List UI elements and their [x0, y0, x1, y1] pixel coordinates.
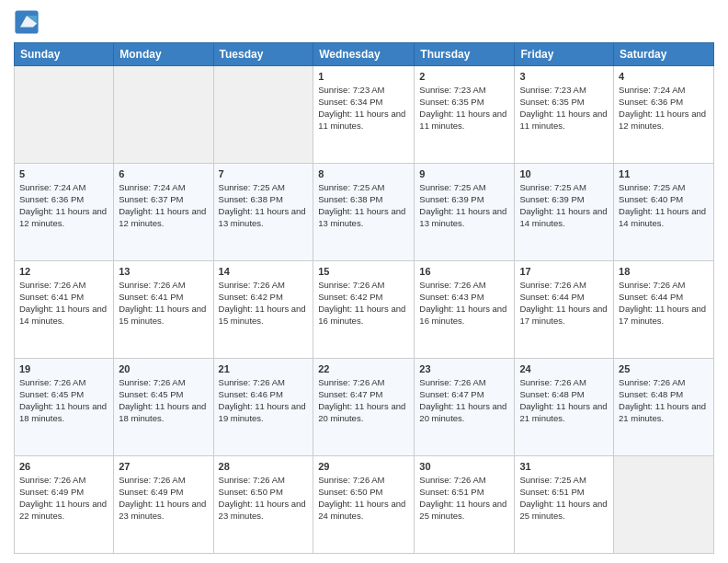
- calendar-cell: 20Sunrise: 7:26 AMSunset: 6:45 PMDayligh…: [114, 359, 213, 456]
- calendar-cell: 1Sunrise: 7:23 AMSunset: 6:34 PMDaylight…: [313, 66, 415, 164]
- day-number: 16: [419, 265, 509, 279]
- calendar-cell: 9Sunrise: 7:25 AMSunset: 6:39 PMDaylight…: [415, 164, 515, 261]
- day-info: Sunrise: 7:24 AMSunset: 6:36 PMDaylight:…: [619, 85, 709, 132]
- day-number: 21: [219, 362, 309, 376]
- day-number: 19: [19, 362, 108, 376]
- week-row-5: 26Sunrise: 7:26 AMSunset: 6:49 PMDayligh…: [15, 456, 714, 554]
- day-info: Sunrise: 7:26 AMSunset: 6:48 PMDaylight:…: [619, 377, 709, 424]
- day-info: Sunrise: 7:26 AMSunset: 6:43 PMDaylight:…: [419, 280, 509, 327]
- weekday-header-sunday: Sunday: [15, 43, 114, 66]
- calendar-cell: 8Sunrise: 7:25 AMSunset: 6:38 PMDaylight…: [313, 164, 415, 261]
- calendar-cell: 10Sunrise: 7:25 AMSunset: 6:39 PMDayligh…: [515, 164, 614, 261]
- day-number: 3: [519, 70, 609, 84]
- day-number: 29: [318, 460, 409, 474]
- calendar-cell: [614, 456, 714, 554]
- day-info: Sunrise: 7:26 AMSunset: 6:50 PMDaylight:…: [318, 475, 409, 522]
- calendar-cell: 3Sunrise: 7:23 AMSunset: 6:35 PMDaylight…: [515, 66, 614, 164]
- day-number: 30: [419, 460, 509, 474]
- week-row-3: 12Sunrise: 7:26 AMSunset: 6:41 PMDayligh…: [15, 261, 714, 359]
- calendar-cell: 6Sunrise: 7:24 AMSunset: 6:37 PMDaylight…: [114, 164, 213, 261]
- day-info: Sunrise: 7:25 AMSunset: 6:38 PMDaylight:…: [219, 182, 309, 229]
- day-number: 4: [619, 70, 709, 84]
- day-info: Sunrise: 7:26 AMSunset: 6:49 PMDaylight:…: [119, 475, 208, 522]
- logo: [14, 9, 43, 35]
- day-number: 14: [219, 265, 309, 279]
- day-info: Sunrise: 7:24 AMSunset: 6:37 PMDaylight:…: [119, 182, 208, 229]
- day-number: 24: [519, 362, 609, 376]
- day-number: 31: [519, 460, 609, 474]
- day-number: 15: [318, 265, 409, 279]
- day-number: 20: [119, 362, 208, 376]
- calendar-cell: 17Sunrise: 7:26 AMSunset: 6:44 PMDayligh…: [515, 261, 614, 359]
- header: [14, 9, 714, 35]
- calendar-cell: [114, 66, 213, 164]
- day-number: 17: [519, 265, 609, 279]
- day-info: Sunrise: 7:26 AMSunset: 6:41 PMDaylight:…: [19, 280, 108, 327]
- day-info: Sunrise: 7:24 AMSunset: 6:36 PMDaylight:…: [19, 182, 108, 229]
- calendar-cell: 24Sunrise: 7:26 AMSunset: 6:48 PMDayligh…: [515, 359, 614, 456]
- day-info: Sunrise: 7:26 AMSunset: 6:44 PMDaylight:…: [619, 280, 709, 327]
- calendar-cell: 18Sunrise: 7:26 AMSunset: 6:44 PMDayligh…: [614, 261, 714, 359]
- day-info: Sunrise: 7:26 AMSunset: 6:49 PMDaylight:…: [19, 475, 108, 522]
- calendar-cell: 13Sunrise: 7:26 AMSunset: 6:41 PMDayligh…: [114, 261, 213, 359]
- calendar: SundayMondayTuesdayWednesdayThursdayFrid…: [14, 42, 714, 554]
- day-number: 18: [619, 265, 709, 279]
- calendar-cell: 19Sunrise: 7:26 AMSunset: 6:45 PMDayligh…: [15, 359, 114, 456]
- day-number: 6: [119, 167, 208, 181]
- day-number: 25: [619, 362, 709, 376]
- calendar-cell: 26Sunrise: 7:26 AMSunset: 6:49 PMDayligh…: [15, 456, 114, 554]
- page: SundayMondayTuesdayWednesdayThursdayFrid…: [0, 0, 728, 563]
- calendar-cell: 5Sunrise: 7:24 AMSunset: 6:36 PMDaylight…: [15, 164, 114, 261]
- weekday-header-thursday: Thursday: [415, 43, 515, 66]
- day-info: Sunrise: 7:26 AMSunset: 6:46 PMDaylight:…: [219, 377, 309, 424]
- calendar-cell: 28Sunrise: 7:26 AMSunset: 6:50 PMDayligh…: [213, 456, 313, 554]
- weekday-header-saturday: Saturday: [614, 43, 714, 66]
- day-number: 8: [318, 167, 409, 181]
- day-info: Sunrise: 7:26 AMSunset: 6:51 PMDaylight:…: [419, 475, 509, 522]
- week-row-2: 5Sunrise: 7:24 AMSunset: 6:36 PMDaylight…: [15, 164, 714, 261]
- day-number: 9: [419, 167, 509, 181]
- day-info: Sunrise: 7:23 AMSunset: 6:35 PMDaylight:…: [419, 85, 509, 132]
- calendar-header-row: SundayMondayTuesdayWednesdayThursdayFrid…: [15, 43, 714, 66]
- logo-icon: [14, 9, 40, 35]
- calendar-cell: 21Sunrise: 7:26 AMSunset: 6:46 PMDayligh…: [213, 359, 313, 456]
- day-number: 22: [318, 362, 409, 376]
- day-info: Sunrise: 7:26 AMSunset: 6:48 PMDaylight:…: [519, 377, 609, 424]
- week-row-1: 1Sunrise: 7:23 AMSunset: 6:34 PMDaylight…: [15, 66, 714, 164]
- day-number: 12: [19, 265, 108, 279]
- calendar-cell: 15Sunrise: 7:26 AMSunset: 6:42 PMDayligh…: [313, 261, 415, 359]
- calendar-cell: 12Sunrise: 7:26 AMSunset: 6:41 PMDayligh…: [15, 261, 114, 359]
- day-info: Sunrise: 7:26 AMSunset: 6:45 PMDaylight:…: [19, 377, 108, 424]
- day-info: Sunrise: 7:26 AMSunset: 6:47 PMDaylight:…: [318, 377, 409, 424]
- day-info: Sunrise: 7:25 AMSunset: 6:51 PMDaylight:…: [519, 475, 609, 522]
- day-number: 2: [419, 70, 509, 84]
- week-row-4: 19Sunrise: 7:26 AMSunset: 6:45 PMDayligh…: [15, 359, 714, 456]
- calendar-cell: 30Sunrise: 7:26 AMSunset: 6:51 PMDayligh…: [415, 456, 515, 554]
- day-number: 1: [318, 70, 409, 84]
- day-info: Sunrise: 7:25 AMSunset: 6:39 PMDaylight:…: [519, 182, 609, 229]
- calendar-cell: 23Sunrise: 7:26 AMSunset: 6:47 PMDayligh…: [415, 359, 515, 456]
- day-info: Sunrise: 7:25 AMSunset: 6:38 PMDaylight:…: [318, 182, 409, 229]
- day-info: Sunrise: 7:25 AMSunset: 6:39 PMDaylight:…: [419, 182, 509, 229]
- day-info: Sunrise: 7:26 AMSunset: 6:47 PMDaylight:…: [419, 377, 509, 424]
- day-number: 5: [19, 167, 108, 181]
- calendar-cell: 31Sunrise: 7:25 AMSunset: 6:51 PMDayligh…: [515, 456, 614, 554]
- calendar-cell: 4Sunrise: 7:24 AMSunset: 6:36 PMDaylight…: [614, 66, 714, 164]
- day-number: 7: [219, 167, 309, 181]
- day-info: Sunrise: 7:26 AMSunset: 6:42 PMDaylight:…: [318, 280, 409, 327]
- calendar-cell: 7Sunrise: 7:25 AMSunset: 6:38 PMDaylight…: [213, 164, 313, 261]
- calendar-cell: [213, 66, 313, 164]
- day-info: Sunrise: 7:26 AMSunset: 6:50 PMDaylight:…: [219, 475, 309, 522]
- day-info: Sunrise: 7:25 AMSunset: 6:40 PMDaylight:…: [619, 182, 709, 229]
- calendar-cell: 2Sunrise: 7:23 AMSunset: 6:35 PMDaylight…: [415, 66, 515, 164]
- calendar-cell: 14Sunrise: 7:26 AMSunset: 6:42 PMDayligh…: [213, 261, 313, 359]
- day-info: Sunrise: 7:23 AMSunset: 6:34 PMDaylight:…: [318, 85, 409, 132]
- calendar-cell: 16Sunrise: 7:26 AMSunset: 6:43 PMDayligh…: [415, 261, 515, 359]
- day-number: 23: [419, 362, 509, 376]
- calendar-cell: [15, 66, 114, 164]
- day-number: 26: [19, 460, 108, 474]
- calendar-cell: 29Sunrise: 7:26 AMSunset: 6:50 PMDayligh…: [313, 456, 415, 554]
- weekday-header-monday: Monday: [114, 43, 213, 66]
- calendar-cell: 22Sunrise: 7:26 AMSunset: 6:47 PMDayligh…: [313, 359, 415, 456]
- weekday-header-friday: Friday: [515, 43, 614, 66]
